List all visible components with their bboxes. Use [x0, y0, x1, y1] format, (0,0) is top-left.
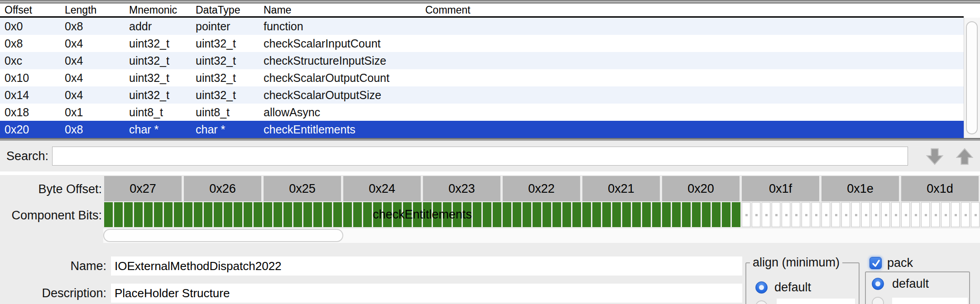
bit-cell-undefined[interactable]: [911, 202, 920, 227]
cell-comment[interactable]: [425, 121, 964, 138]
bit-cell-undefined[interactable]: [871, 202, 880, 227]
cell-length[interactable]: 0x4: [65, 86, 129, 104]
horizontal-scrollbar-thumb[interactable]: [103, 229, 343, 242]
cell-mnemonic[interactable]: char *: [129, 121, 196, 138]
table-row[interactable]: 0x18 0x1 uint8_t uint8_t allowAsync: [0, 104, 964, 121]
cell-length[interactable]: 0x1: [65, 104, 129, 121]
cell-offset[interactable]: 0x20: [5, 121, 65, 138]
cell-mnemonic[interactable]: uint32_t: [129, 35, 196, 52]
cell-datatype[interactable]: uint32_t: [196, 52, 264, 69]
bit-cell-undefined[interactable]: [921, 202, 930, 227]
description-input[interactable]: [111, 284, 742, 303]
cell-mnemonic[interactable]: uint8_t: [129, 104, 196, 121]
cell-name[interactable]: checkScalarOutputCount: [264, 69, 425, 86]
byte-offset-box[interactable]: 0x25: [264, 176, 341, 201]
bit-cell-undefined[interactable]: [802, 202, 810, 227]
search-previous-button[interactable]: [951, 146, 978, 167]
bit-cell-undefined[interactable]: [901, 202, 910, 227]
pack-custom-radio[interactable]: [872, 297, 884, 304]
byte-offset-box[interactable]: 0x21: [582, 176, 660, 201]
column-header-length[interactable]: Length: [65, 4, 129, 16]
bit-cell-undefined[interactable]: [961, 202, 970, 227]
byte-offset-box[interactable]: 0x1e: [821, 176, 899, 201]
table-row[interactable]: 0x10 0x4 uint32_t uint32_t checkScalarOu…: [0, 69, 964, 86]
align-custom-input[interactable]: [777, 299, 855, 304]
align-custom-radio[interactable]: [755, 300, 768, 304]
cell-offset[interactable]: 0x10: [5, 69, 65, 86]
bit-cell-undefined[interactable]: [891, 202, 900, 227]
column-header-comment[interactable]: Comment: [425, 4, 964, 16]
name-input[interactable]: [111, 256, 742, 276]
bit-cell-undefined[interactable]: [821, 202, 830, 227]
bit-cell-undefined[interactable]: [861, 202, 870, 227]
byte-offset-box[interactable]: 0x1d: [901, 176, 979, 201]
column-header-name[interactable]: Name: [264, 4, 425, 16]
vertical-scrollbar-thumb[interactable]: [966, 21, 978, 134]
cell-datatype[interactable]: uint32_t: [196, 86, 264, 104]
cell-offset[interactable]: 0x18: [5, 104, 65, 121]
cell-datatype[interactable]: uint32_t: [196, 69, 264, 86]
pack-custom-input[interactable]: [892, 298, 968, 304]
table-row[interactable]: 0x0 0x8 addr pointer function: [0, 18, 964, 35]
cell-comment[interactable]: [425, 18, 964, 35]
byte-offset-box[interactable]: 0x24: [343, 176, 421, 201]
cell-datatype[interactable]: uint32_t: [196, 35, 264, 52]
cell-name[interactable]: checkScalarOutputSize: [264, 86, 425, 104]
column-header-offset[interactable]: Offset: [5, 4, 65, 16]
cell-offset[interactable]: 0x8: [5, 35, 65, 52]
cell-offset[interactable]: 0x0: [5, 18, 65, 35]
bit-cell-undefined[interactable]: [851, 202, 860, 227]
cell-datatype[interactable]: pointer: [196, 18, 264, 35]
bit-cell-undefined[interactable]: [881, 202, 890, 227]
cell-length[interactable]: 0x8: [65, 18, 129, 35]
bit-cell-undefined[interactable]: [742, 202, 750, 227]
bit-cell-undefined[interactable]: [812, 202, 820, 227]
vertical-scrollbar[interactable]: [964, 18, 980, 138]
cell-comment[interactable]: [425, 52, 964, 69]
bit-cell-undefined[interactable]: [782, 202, 790, 227]
cell-mnemonic[interactable]: uint32_t: [129, 86, 196, 104]
cell-offset[interactable]: 0xc: [5, 52, 65, 69]
table-row[interactable]: 0xc 0x4 uint32_t uint32_t checkStructure…: [0, 52, 964, 69]
bit-cell-undefined[interactable]: [931, 202, 940, 227]
cell-length[interactable]: 0x4: [65, 35, 129, 52]
cell-datatype[interactable]: uint8_t: [196, 104, 264, 121]
bit-cell-undefined[interactable]: [841, 202, 850, 227]
table-row[interactable]: 0x8 0x4 uint32_t uint32_t checkScalarInp…: [0, 35, 964, 52]
horizontal-scrollbar[interactable]: [103, 228, 980, 243]
byte-offset-box[interactable]: 0x26: [184, 176, 261, 201]
cell-datatype[interactable]: char *: [196, 121, 264, 138]
bit-cell-undefined[interactable]: [941, 202, 950, 227]
bit-cell-undefined[interactable]: [792, 202, 800, 227]
cell-comment[interactable]: [425, 35, 964, 52]
panel-splitter[interactable]: [0, 0, 980, 4]
pack-checkbox[interactable]: [870, 257, 882, 269]
column-header-datatype[interactable]: DataType: [196, 4, 264, 16]
search-next-button[interactable]: [921, 146, 948, 167]
bit-cell-undefined[interactable]: [971, 202, 980, 227]
column-header-mnemonic[interactable]: Mnemonic: [129, 4, 196, 16]
align-default-radio[interactable]: [755, 281, 768, 294]
byte-offset-box[interactable]: 0x20: [662, 176, 740, 201]
search-input[interactable]: [52, 147, 908, 166]
cell-name[interactable]: function: [264, 18, 425, 35]
bit-cell-undefined[interactable]: [752, 202, 760, 227]
bit-cell-undefined[interactable]: [762, 202, 770, 227]
cell-mnemonic[interactable]: addr: [129, 18, 196, 35]
cell-length[interactable]: 0x4: [65, 69, 129, 86]
cell-name[interactable]: checkStructureInputSize: [264, 52, 425, 69]
byte-offset-box[interactable]: 0x27: [104, 176, 182, 201]
cell-comment[interactable]: [425, 104, 964, 121]
cell-length[interactable]: 0x4: [65, 52, 129, 69]
cell-mnemonic[interactable]: uint32_t: [129, 69, 196, 86]
bit-cell-undefined[interactable]: [772, 202, 780, 227]
table-row-selected[interactable]: 0x20 0x8 char * char * checkEntitlements: [0, 121, 964, 138]
bit-cell-undefined[interactable]: [831, 202, 840, 227]
cell-name[interactable]: allowAsync: [264, 104, 425, 121]
byte-offset-box[interactable]: 0x1f: [742, 176, 819, 201]
cell-mnemonic[interactable]: uint32_t: [129, 52, 196, 69]
cell-comment[interactable]: [425, 86, 964, 104]
cell-name[interactable]: checkEntitlements: [264, 121, 425, 138]
cell-comment[interactable]: [425, 69, 964, 86]
cell-name[interactable]: checkScalarInputCount: [264, 35, 425, 52]
